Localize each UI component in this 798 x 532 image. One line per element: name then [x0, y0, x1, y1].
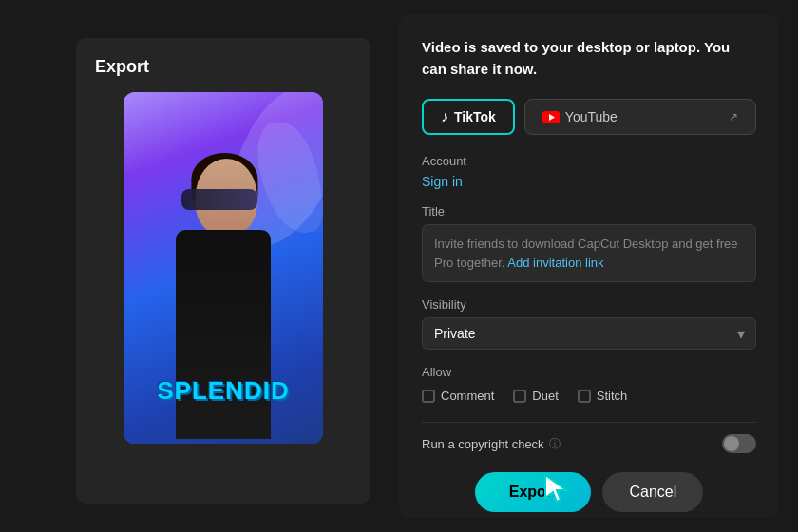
comment-option[interactable]: Comment [422, 389, 494, 403]
allow-label: Allow [422, 365, 756, 379]
action-buttons: Export Cancel [422, 472, 756, 512]
export-title: Export [95, 57, 352, 77]
title-section: Title Invite friends to download CapCut … [422, 204, 756, 282]
title-placeholder-text: Invite friends to download CapCut Deskto… [434, 237, 737, 270]
comment-label: Comment [441, 389, 494, 403]
svg-marker-2 [545, 475, 566, 502]
export-button[interactable]: Export [475, 472, 592, 512]
stitch-label: Stitch [597, 389, 628, 403]
success-message: Video is saved to your desktop or laptop… [422, 37, 756, 80]
visibility-select[interactable]: Public Private Unlisted [422, 317, 756, 350]
video-text-overlay: SPLENDID [157, 376, 289, 406]
platform-tabs: ♪ TikTok YouTube ↗ [422, 99, 756, 135]
title-input-box[interactable]: Invite friends to download CapCut Deskto… [422, 224, 756, 282]
info-icon[interactable]: ⓘ [549, 436, 560, 452]
external-link-icon: ↗ [729, 110, 738, 124]
cancel-button[interactable]: Cancel [602, 472, 703, 512]
comment-checkbox[interactable] [422, 390, 435, 403]
copyright-label: Run a copyright check ⓘ [422, 436, 560, 452]
sign-in-link[interactable]: Sign in [422, 174, 756, 189]
duet-checkbox[interactable] [513, 390, 526, 403]
divider [422, 422, 756, 423]
tiktok-icon: ♪ [441, 108, 448, 125]
copyright-toggle[interactable] [722, 434, 756, 453]
tiktok-tab-label: TikTok [454, 109, 496, 124]
account-label: Account [422, 154, 756, 168]
stitch-option[interactable]: Stitch [578, 389, 628, 403]
allow-options: Comment Duet Stitch [422, 389, 756, 403]
invite-link[interactable]: Add invitation link [507, 256, 603, 270]
copyright-section: Run a copyright check ⓘ [422, 434, 756, 453]
allow-section: Allow Comment Duet Stitch [422, 365, 756, 403]
duet-label: Duet [532, 389, 558, 403]
tiktok-tab[interactable]: ♪ TikTok [422, 99, 515, 135]
title-label: Title [422, 204, 756, 218]
glasses [181, 189, 257, 210]
visibility-section: Visibility Public Private Unlisted [422, 297, 756, 350]
copyright-text: Run a copyright check [422, 437, 544, 451]
video-preview: SPLENDID [124, 92, 323, 444]
youtube-tab-label: YouTube [565, 109, 618, 124]
share-panel: Video is saved to your desktop or laptop… [399, 14, 779, 518]
cursor-arrow [542, 473, 572, 504]
video-preview-inner: SPLENDID [124, 92, 323, 444]
toggle-knob [724, 436, 739, 451]
body [176, 230, 271, 439]
youtube-icon [542, 111, 560, 124]
visibility-label: Visibility [422, 297, 756, 312]
duet-option[interactable]: Duet [513, 389, 558, 403]
visibility-select-wrapper: Public Private Unlisted [422, 317, 756, 350]
youtube-tab[interactable]: YouTube ↗ [524, 99, 756, 135]
stitch-checkbox[interactable] [578, 390, 591, 403]
export-panel: Export SPLENDID [76, 38, 370, 504]
